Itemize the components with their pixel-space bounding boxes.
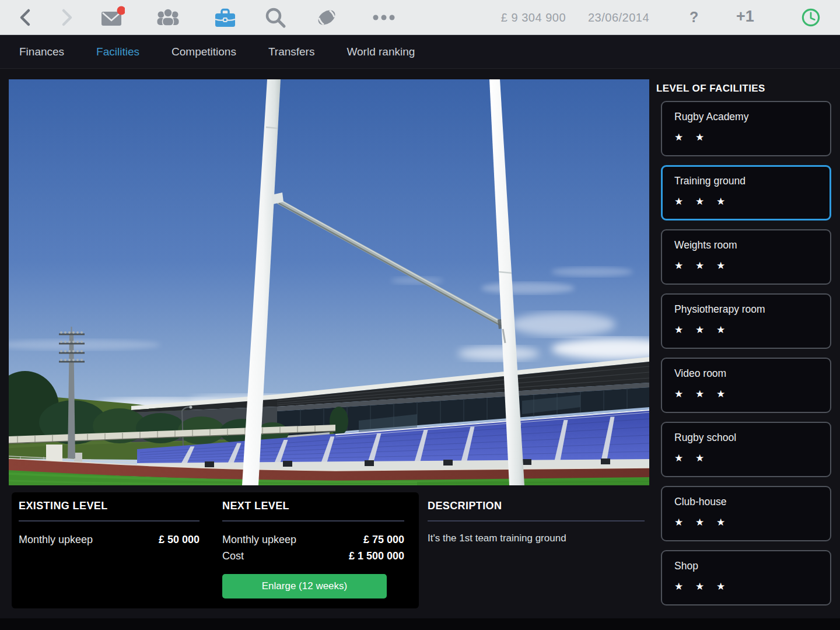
facilities-list: Rugby Academy ★ ★ Training ground ★ ★ ★ … [661,101,831,606]
facility-name: Video room [674,368,830,380]
more-icon[interactable] [371,5,397,30]
facility-name: Rugby Academy [674,111,830,123]
tab-world-ranking[interactable]: World ranking [346,46,415,58]
divider [19,520,200,522]
facility-card-rugby-school[interactable]: Rugby school ★ ★ [661,422,831,477]
briefcase-icon[interactable] [212,5,238,30]
facility-name: Shop [674,560,830,572]
facility-card-rugby-academy[interactable]: Rugby Academy ★ ★ [661,101,831,156]
facility-star-rating: ★ ★ ★ [674,516,830,528]
description-text: It's the 1st team training ground [428,533,645,544]
description-section: DESCRIPTION It's the 1st team training g… [428,492,645,544]
row-value: £ 75 000 [363,534,404,546]
facilities-list-title: LEVEL OF FACILITIES [656,83,831,94]
next-level-section: NEXT LEVEL Monthly upkeep £ 75 000 Cost … [222,492,404,562]
club-balance: £ 9 304 900 [490,11,566,24]
help-icon[interactable]: ? [690,9,698,26]
facility-card-shop[interactable]: Shop ★ ★ ★ [661,550,831,606]
footer-bar [0,618,840,630]
facility-name: Physiotherapy room [674,303,830,316]
upkeep-row: Monthly upkeep £ 75 000 [222,534,404,546]
facility-star-rating: ★ ★ ★ [674,260,830,272]
tab-competitions[interactable]: Competitions [172,46,236,58]
facilities-screen: £ 9 304 900 23/06/2014 ? +1 Finances Fac… [0,0,840,630]
upgrade-panel: EXISTING LEVEL Monthly upkeep £ 50 000 N… [12,492,419,608]
facility-star-rating: ★ ★ ★ [674,388,830,400]
next-level-title: NEXT LEVEL [222,492,404,512]
row-label: Cost [222,550,244,562]
advance-day-icon[interactable]: +1 [736,8,754,26]
section-nav: Finances Facilities Competitions Transfe… [0,35,840,69]
facility-star-rating: ★ ★ [674,452,830,464]
facility-card-club-house[interactable]: Club-house ★ ★ ★ [661,486,831,541]
clock-icon[interactable] [799,6,822,29]
enlarge-button[interactable]: Enlarge (12 weeks) [222,574,387,598]
facility-star-rating: ★ ★ [674,131,830,144]
tab-transfers[interactable]: Transfers [268,46,315,58]
tab-finances[interactable]: Finances [19,46,64,58]
squad-icon[interactable] [155,5,181,30]
row-label: Monthly upkeep [222,534,296,546]
facility-card-physiotherapy-room[interactable]: Physiotherapy room ★ ★ ★ [661,293,831,349]
game-date: 23/06/2014 [588,11,649,24]
facility-name: Training ground [674,175,830,187]
row-value: £ 1 500 000 [349,550,404,562]
description-title: DESCRIPTION [428,492,645,512]
facility-star-rating: ★ ★ ★ [674,324,830,336]
rugby-ball-icon[interactable] [314,5,340,30]
existing-level-section: EXISTING LEVEL Monthly upkeep £ 50 000 [19,492,200,546]
facility-star-rating: ★ ★ ★ [674,195,830,208]
tab-facilities[interactable]: Facilities [96,46,139,58]
facility-card-weights-room[interactable]: Weights room ★ ★ ★ [661,229,831,285]
facility-name: Club-house [674,496,830,508]
facility-card-training-ground[interactable]: Training ground ★ ★ ★ [661,165,831,220]
forward-icon[interactable] [54,5,79,30]
row-value: £ 50 000 [159,534,200,546]
divider [428,520,645,522]
stadium-photo [9,79,649,485]
facility-card-video-room[interactable]: Video room ★ ★ ★ [661,358,831,413]
upkeep-row: Monthly upkeep £ 50 000 [19,534,200,546]
mail-icon[interactable] [99,5,125,30]
cost-row: Cost £ 1 500 000 [222,550,404,562]
existing-level-title: EXISTING LEVEL [19,492,200,512]
back-icon[interactable] [13,5,38,30]
facility-name: Weights room [674,239,830,251]
top-toolbar: £ 9 304 900 23/06/2014 ? +1 [0,0,840,35]
facility-star-rating: ★ ★ ★ [674,580,830,593]
row-label: Monthly upkeep [19,534,93,546]
search-icon[interactable] [262,5,288,30]
divider [222,520,404,522]
facility-name: Rugby school [674,432,830,444]
